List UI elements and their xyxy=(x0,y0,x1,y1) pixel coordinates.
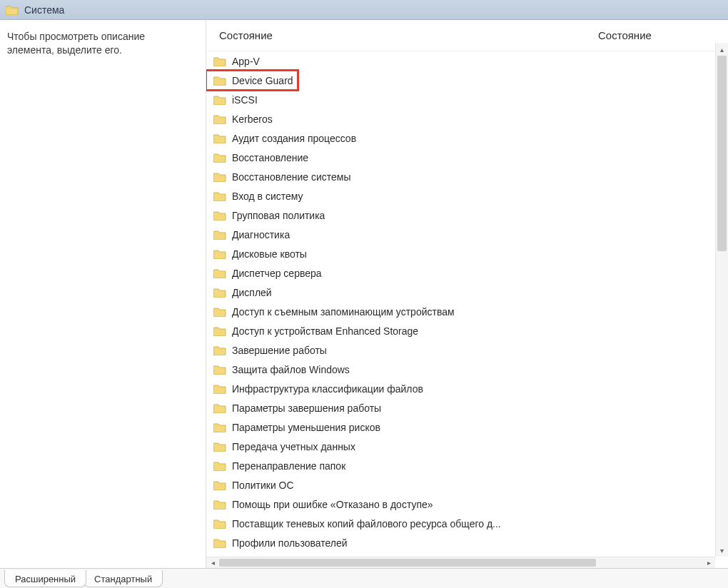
tab-extended-label: Расширенный xyxy=(15,574,76,584)
folder-icon xyxy=(213,422,226,433)
folder-item[interactable]: Вход в систему xyxy=(206,186,715,206)
folder-icon xyxy=(213,537,226,549)
folder-item-label: Доступ к съемным запоминающим устройства… xyxy=(232,306,455,318)
description-pane: Чтобы просмотреть описание элемента, выд… xyxy=(0,20,206,568)
folder-item-label: Device Guard xyxy=(232,75,298,86)
scroll-left-icon[interactable]: ◂ xyxy=(206,557,219,569)
folder-item[interactable]: Параметры завершения работы xyxy=(206,398,715,417)
folder-item[interactable]: Профили пользователей xyxy=(206,533,715,552)
folder-item-label: Политики ОС xyxy=(232,480,294,491)
folder-item[interactable]: Передача учетных данных xyxy=(206,437,715,456)
folder-item[interactable]: Помощь при ошибке «Отказано в доступе» xyxy=(206,495,715,514)
folder-item-label: Защита файлов Windows xyxy=(232,364,350,375)
folder-item-label: Передача учетных данных xyxy=(232,441,355,452)
folder-item[interactable]: Доступ к съемным запоминающим устройства… xyxy=(206,302,715,321)
scroll-down-icon[interactable]: ▾ xyxy=(716,544,728,557)
folder-item-label: Kerberos xyxy=(232,113,273,125)
title-bar: Система xyxy=(0,0,728,20)
folder-icon xyxy=(213,518,226,529)
folder-item[interactable]: iSCSI xyxy=(206,90,715,109)
folder-item[interactable]: Восстановление xyxy=(206,148,715,167)
folder-item[interactable]: Завершение работы xyxy=(206,340,715,360)
folder-item-label: Диспетчер сервера xyxy=(232,268,322,279)
folder-item[interactable]: Групповая политика xyxy=(206,206,715,225)
folder-icon xyxy=(213,287,226,298)
folder-item[interactable]: App-V xyxy=(206,51,715,71)
folder-icon xyxy=(213,383,226,395)
folder-icon xyxy=(213,56,226,67)
folder-item[interactable]: Аудит создания процессов xyxy=(206,128,715,148)
folder-icon xyxy=(6,5,19,15)
folder-item-label: Профили пользователей xyxy=(232,537,348,549)
folder-icon xyxy=(213,268,226,279)
folder-item[interactable]: Диспетчер сервера xyxy=(206,263,715,283)
description-text: Чтобы просмотреть описание элемента, выд… xyxy=(7,31,145,56)
folder-icon xyxy=(213,113,226,125)
scroll-track[interactable] xyxy=(716,56,728,544)
folder-icon xyxy=(213,210,226,221)
folder-item-label: Дисковые квоты xyxy=(232,248,307,260)
folder-item-label: Параметры уменьшения рисков xyxy=(232,422,380,433)
folder-item[interactable]: Device Guard xyxy=(206,71,298,90)
scroll-thumb[interactable] xyxy=(717,56,727,251)
folder-item[interactable]: Восстановление системы xyxy=(206,167,715,186)
folder-item-label: Перенаправление папок xyxy=(232,460,345,472)
folder-item-label: Доступ к устройствам Enhanced Storage xyxy=(232,325,418,337)
folder-item-label: iSCSI xyxy=(232,94,258,106)
folder-item-label: Завершение работы xyxy=(232,345,327,356)
folder-item-label: Восстановление xyxy=(232,152,308,163)
column-headers: Состояние Состояние xyxy=(206,20,728,51)
folder-icon xyxy=(213,152,226,163)
folder-item[interactable]: Инфраструктура классификации файлов xyxy=(206,379,715,398)
hscroll-thumb[interactable] xyxy=(219,559,596,567)
folder-item-label: Диагностика xyxy=(232,229,290,240)
folder-item[interactable]: Дисковые квоты xyxy=(206,244,715,263)
folder-item-label: Аудит создания процессов xyxy=(232,133,356,144)
folder-item-label: Вход в систему xyxy=(232,191,303,202)
folder-item[interactable]: Диагностика xyxy=(206,225,715,244)
folder-item[interactable]: Политики ОС xyxy=(206,475,715,495)
folder-item-label: Параметры завершения работы xyxy=(232,402,381,414)
tab-extended[interactable]: Расширенный xyxy=(4,570,86,587)
folder-item[interactable]: Поставщик теневых копий файлового ресурс… xyxy=(206,514,715,533)
tab-standard-label: Стандартный xyxy=(94,574,152,584)
folder-icon xyxy=(213,191,226,202)
folder-icon xyxy=(213,94,226,106)
folder-icon xyxy=(213,325,226,337)
vertical-scrollbar[interactable]: ▴ ▾ xyxy=(715,43,728,557)
folder-icon xyxy=(213,171,226,183)
folder-icon xyxy=(213,75,226,86)
folder-item-label: Помощь при ошибке «Отказано в доступе» xyxy=(232,499,433,510)
folder-icon xyxy=(213,248,226,260)
folder-icon xyxy=(213,499,226,510)
scroll-right-icon[interactable]: ▸ xyxy=(702,557,715,569)
folder-item-label: Восстановление системы xyxy=(232,171,351,183)
folder-icon xyxy=(213,441,226,452)
scroll-up-icon[interactable]: ▴ xyxy=(716,43,728,56)
folder-icon xyxy=(213,364,226,375)
folder-icon xyxy=(213,133,226,144)
folder-item[interactable]: Перенаправление папок xyxy=(206,456,715,475)
column-header-status[interactable]: Состояние xyxy=(598,29,719,41)
column-header-main[interactable]: Состояние xyxy=(219,29,598,41)
folder-icon xyxy=(213,229,226,240)
folder-list: App-VDevice GuardiSCSIKerberosАудит созд… xyxy=(206,51,728,568)
folder-item[interactable]: Параметры уменьшения рисков xyxy=(206,417,715,437)
folder-item-label: Групповая политика xyxy=(232,210,325,221)
folder-item[interactable]: Kerberos xyxy=(206,109,715,128)
folder-icon xyxy=(213,402,226,414)
folder-item[interactable]: Дисплей xyxy=(206,283,715,302)
main-area: Чтобы просмотреть описание элемента, выд… xyxy=(0,20,728,568)
horizontal-scrollbar[interactable]: ◂ ▸ xyxy=(206,557,715,568)
folder-item[interactable]: Доступ к устройствам Enhanced Storage xyxy=(206,321,715,340)
tab-standard[interactable]: Стандартный xyxy=(84,570,163,587)
folder-item-label: Поставщик теневых копий файлового ресурс… xyxy=(232,518,501,529)
folder-item-label: App-V xyxy=(232,56,260,67)
folder-item[interactable]: Защита файлов Windows xyxy=(206,360,715,379)
folder-item-label: Инфраструктура классификации файлов xyxy=(232,383,423,395)
bottom-tabs: Расширенный Стандартный xyxy=(0,568,728,588)
folder-icon xyxy=(213,480,226,491)
folder-icon xyxy=(213,306,226,318)
folder-icon xyxy=(213,460,226,472)
hscroll-track[interactable] xyxy=(219,557,702,568)
